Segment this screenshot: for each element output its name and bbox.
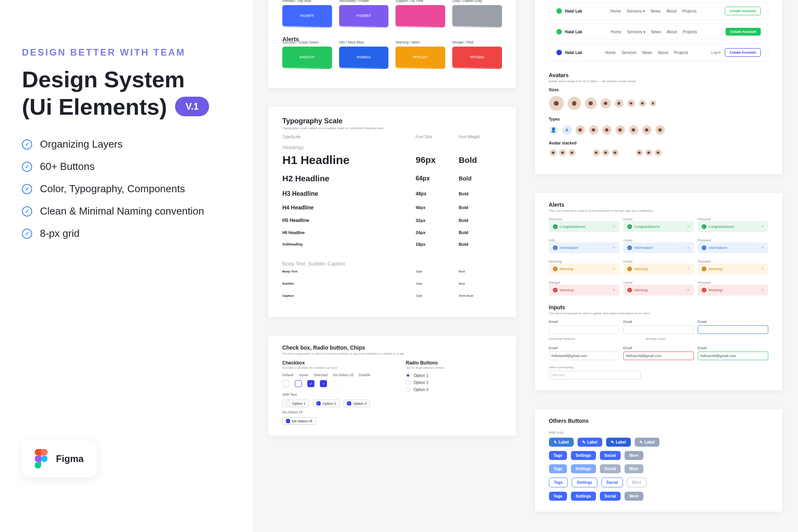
alert-item[interactable]: !Warning!✕ xyxy=(698,263,768,274)
check-icon: ✓ xyxy=(22,206,32,216)
alert-item[interactable]: iInformation!✕ xyxy=(698,242,768,253)
nav-link[interactable]: About xyxy=(666,9,677,13)
alert-item[interactable]: ✓Congratulations!✕ xyxy=(698,221,768,232)
checkbox-deselect-all[interactable]: − xyxy=(320,380,327,387)
alert-cell: HoveriInformation!✕ xyxy=(623,238,694,253)
alert-item[interactable]: !Warning!✕ xyxy=(698,285,768,296)
close-icon[interactable]: ✕ xyxy=(687,288,690,292)
button[interactable]: Settings xyxy=(571,451,596,460)
checkbox-option[interactable]: ✓Option 3 xyxy=(343,400,370,407)
button[interactable]: ✎Label xyxy=(578,438,602,447)
alert-item[interactable]: ✓Congratulations!✕ xyxy=(549,221,619,232)
typography-card: Typography Scale Typographic scale based… xyxy=(268,107,516,317)
nav-link[interactable]: Projects xyxy=(682,9,697,13)
create-account-blue-outline[interactable]: Create Account xyxy=(725,48,761,57)
close-icon[interactable]: ✕ xyxy=(612,288,616,292)
close-icon[interactable]: ✕ xyxy=(687,246,690,250)
alert-item[interactable]: !Warning!✕ xyxy=(623,285,694,296)
alert-icon: i xyxy=(702,245,706,250)
close-icon[interactable]: ✕ xyxy=(761,288,764,292)
nav-link[interactable]: News xyxy=(643,50,652,55)
alert-item[interactable]: iInformation!✕ xyxy=(623,242,694,253)
alert-item[interactable]: !Warning!✕ xyxy=(549,263,619,274)
button[interactable]: Settings xyxy=(572,478,597,487)
button[interactable]: Social xyxy=(600,492,621,501)
close-icon[interactable]: ✕ xyxy=(612,246,616,250)
radio-option[interactable]: Option 2 xyxy=(406,380,502,385)
close-icon[interactable]: ✕ xyxy=(612,225,616,229)
alert-item[interactable]: !Warning!✕ xyxy=(549,285,619,296)
close-icon[interactable]: ✕ xyxy=(612,267,616,271)
feature-item: ✓60+ Buttons xyxy=(22,161,231,173)
alert-item[interactable]: !Warning!✕ xyxy=(623,263,694,274)
button[interactable]: Tags xyxy=(549,451,567,460)
swatch-steps xyxy=(282,23,332,27)
deselect-option[interactable]: −De-Select All xyxy=(282,417,316,425)
login-link[interactable]: Log in xyxy=(711,50,721,54)
button[interactable]: ✎Label xyxy=(549,438,574,447)
nav-link[interactable]: News xyxy=(651,30,661,34)
avatar xyxy=(611,148,619,157)
radio-option[interactable]: Option 1 xyxy=(406,373,502,378)
close-icon[interactable]: ✕ xyxy=(687,225,690,229)
close-icon[interactable]: ✕ xyxy=(761,246,764,250)
alert-item[interactable]: ✓Congratulations!✕ xyxy=(623,221,694,232)
button[interactable]: Settings xyxy=(571,464,596,473)
text-input[interactable]: helloworld@gmail.com xyxy=(698,352,768,360)
nav-link[interactable]: Projects xyxy=(683,30,697,34)
hint-input[interactable]: Hint text xyxy=(549,371,641,379)
alert-item[interactable]: iInformation!✕ xyxy=(549,242,619,253)
nav-link[interactable]: Home xyxy=(611,30,621,34)
button[interactable]: Tags xyxy=(549,464,567,473)
button[interactable]: Social xyxy=(600,464,621,473)
column-middle: Color Scheme The color scheme is used fo… xyxy=(268,0,516,532)
create-account-solid[interactable]: Create Account xyxy=(726,28,761,36)
nav-link[interactable]: Services ▾ xyxy=(627,9,645,13)
checkbox-option[interactable]: ✓Option 2 xyxy=(313,400,339,407)
close-icon[interactable]: ✕ xyxy=(761,225,764,229)
nav-link[interactable]: News xyxy=(651,9,661,13)
feature-text: Clean & Minimal Naming convention xyxy=(40,205,204,217)
nav-link[interactable]: About xyxy=(658,50,668,55)
checkbox-default[interactable] xyxy=(282,380,289,387)
button[interactable]: Tags xyxy=(549,478,568,487)
text-input[interactable] xyxy=(549,325,619,334)
checkbox-hover[interactable] xyxy=(295,380,302,387)
nav-link[interactable]: Services xyxy=(621,50,636,55)
button[interactable]: Tags xyxy=(549,492,567,501)
input-cell: Emailhelloworld@gmail.com xyxy=(698,346,768,360)
nav-link[interactable]: Home xyxy=(610,9,621,13)
close-icon[interactable]: ✕ xyxy=(761,267,764,271)
button[interactable]: Settings xyxy=(571,492,596,501)
color-swatch: Secondary / Purple#7E5BEF xyxy=(339,5,389,26)
feature-item: ✓Clean & Minimal Naming convention xyxy=(22,205,231,217)
text-input[interactable]: helloworld@gmail.com xyxy=(549,352,619,360)
button[interactable]: More xyxy=(625,492,643,501)
input-cell: Emailhelloworld@gmail.com xyxy=(549,346,619,360)
text-input[interactable] xyxy=(623,325,694,334)
radio-option[interactable]: Option 3 xyxy=(406,387,502,392)
button[interactable]: More xyxy=(627,478,646,487)
text-input[interactable] xyxy=(698,325,768,334)
text-input[interactable]: helloworld@gmail.com xyxy=(623,352,694,360)
with-icon-label: With Icon xyxy=(549,431,769,435)
create-account-outline[interactable]: Create Account xyxy=(725,7,761,15)
typo-title: Typography Scale xyxy=(282,117,502,125)
nav-link[interactable]: Services ▾ xyxy=(627,30,645,34)
button[interactable]: Social xyxy=(601,478,623,487)
button[interactable]: More xyxy=(625,464,643,473)
checkbox-selected[interactable]: ✓ xyxy=(307,380,314,387)
feature-text: 60+ Buttons xyxy=(40,161,95,173)
button[interactable]: Social xyxy=(600,451,621,460)
right-panel: Color Scheme The color scheme is used fo… xyxy=(253,0,798,532)
nav-link[interactable]: About xyxy=(667,30,677,34)
button[interactable]: ✎Label xyxy=(606,438,631,447)
close-icon[interactable]: ✕ xyxy=(687,267,690,271)
checkbox-option[interactable]: Option 1 xyxy=(282,400,309,407)
avatar xyxy=(654,148,663,157)
button[interactable]: ✎Label xyxy=(635,438,659,447)
nav-link[interactable]: Projects xyxy=(674,50,688,55)
alerts-card: Alerts The color scheme is used to show … xyxy=(535,193,783,390)
button[interactable]: More xyxy=(625,451,643,460)
nav-link[interactable]: Home xyxy=(605,50,616,55)
